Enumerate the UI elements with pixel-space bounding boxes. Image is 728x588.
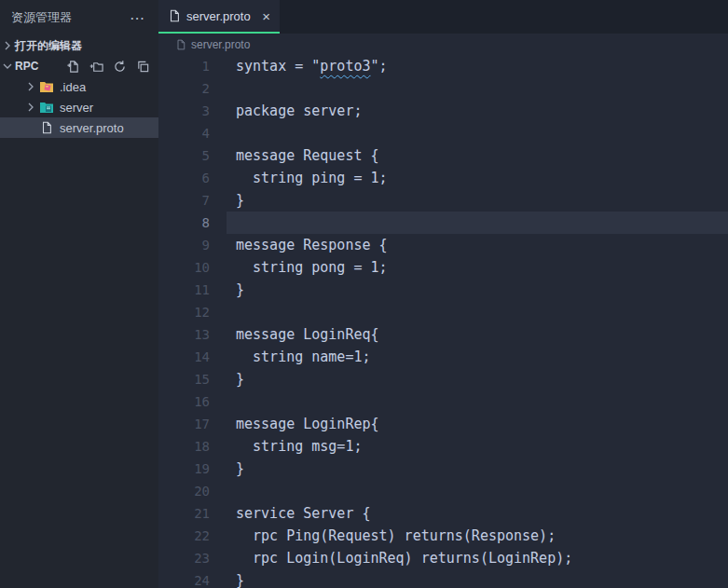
code-text: } xyxy=(236,569,244,588)
line-number: 5 xyxy=(158,144,210,167)
line-number: 11 xyxy=(158,279,210,301)
server-folder-icon xyxy=(38,101,55,114)
code-text: } xyxy=(236,189,244,212)
line-number: 1 xyxy=(158,55,210,77)
code-line-20[interactable]: 20 xyxy=(158,480,728,502)
new-file-icon[interactable] xyxy=(66,60,80,74)
code-line-2[interactable]: 2 xyxy=(158,77,728,100)
code-text: string ping = 1; xyxy=(236,167,388,189)
file-icon xyxy=(38,121,55,134)
tab-server-proto[interactable]: server.proto × xyxy=(158,0,280,34)
code-line-9[interactable]: 9message Response { xyxy=(158,234,728,256)
line-number: 9 xyxy=(158,234,210,256)
code-text: message LoginReq{ xyxy=(236,323,379,346)
breadcrumb-item: server.proto xyxy=(191,38,250,51)
tab-bar: server.proto × xyxy=(158,0,728,34)
tree-item-label: .idea xyxy=(60,80,86,94)
rpc-section-label: RPC xyxy=(15,60,38,73)
tree-item-server-proto[interactable]: server.proto xyxy=(0,117,158,138)
code-text: message LoginRep{ xyxy=(236,413,379,435)
explorer-sidebar: 资源管理器 ⋯ 打开的编辑器 RPC xyxy=(0,0,158,588)
chevron-down-icon xyxy=(0,59,15,74)
line-number: 22 xyxy=(158,525,210,547)
editor-area: server.proto × server.proto 1syntax = "p… xyxy=(158,0,728,588)
tree-item-server[interactable]: server xyxy=(0,97,158,117)
sidebar-header: 资源管理器 ⋯ xyxy=(0,0,158,35)
current-line-highlight xyxy=(227,212,728,234)
code-text: rpc Ping(Request) returns(Response); xyxy=(236,525,556,547)
line-number: 2 xyxy=(158,77,210,100)
file-icon xyxy=(168,9,181,22)
line-number: 15 xyxy=(158,368,210,390)
new-folder-icon[interactable] xyxy=(89,60,103,74)
explorer-title: 资源管理器 xyxy=(11,9,128,26)
more-actions-icon[interactable]: ⋯ xyxy=(128,9,147,27)
code-line-5[interactable]: 5message Request { xyxy=(158,144,728,167)
code-line-19[interactable]: 19} xyxy=(158,458,728,480)
tree-item--idea[interactable]: .idea xyxy=(0,76,158,97)
line-number: 18 xyxy=(158,435,210,458)
line-number: 20 xyxy=(158,480,210,502)
code-line-4[interactable]: 4 xyxy=(158,122,728,144)
code-line-24[interactable]: 24} xyxy=(158,569,728,588)
vscode-window: 资源管理器 ⋯ 打开的编辑器 RPC xyxy=(0,0,728,588)
code-line-17[interactable]: 17message LoginRep{ xyxy=(158,413,728,435)
code-text: message Request { xyxy=(236,144,379,167)
line-number: 23 xyxy=(158,547,210,569)
code-line-21[interactable]: 21service Server { xyxy=(158,502,728,525)
rpc-section-header[interactable]: RPC xyxy=(0,56,158,76)
code-line-23[interactable]: 23 rpc Login(LoginReq) returns(LoginRep)… xyxy=(158,547,728,569)
code-text: } xyxy=(236,458,244,480)
line-number: 19 xyxy=(158,458,210,480)
code-text: string msg=1; xyxy=(236,435,362,458)
line-number: 7 xyxy=(158,189,210,212)
line-number: 12 xyxy=(158,301,210,323)
code-editor[interactable]: 1syntax = "proto3";23package server;45me… xyxy=(158,55,728,588)
code-line-14[interactable]: 14 string name=1; xyxy=(158,346,728,368)
code-line-6[interactable]: 6 string ping = 1; xyxy=(158,167,728,189)
open-editors-header[interactable]: 打开的编辑器 xyxy=(0,35,158,56)
line-number: 3 xyxy=(158,100,210,122)
code-text: message Response { xyxy=(236,234,388,256)
file-icon xyxy=(175,39,186,50)
code-text: syntax = "proto3"; xyxy=(236,55,388,77)
line-number: 13 xyxy=(158,323,210,346)
code-text: } xyxy=(236,368,244,390)
code-line-10[interactable]: 10 string pong = 1; xyxy=(158,256,728,279)
code-line-7[interactable]: 7} xyxy=(158,189,728,212)
code-line-12[interactable]: 12 xyxy=(158,301,728,323)
code-line-8[interactable]: 8 xyxy=(158,212,728,234)
line-number: 17 xyxy=(158,413,210,435)
line-number: 4 xyxy=(158,122,210,144)
breadcrumb[interactable]: server.proto xyxy=(158,34,728,55)
tree-item-label: server xyxy=(60,101,93,115)
squiggle-warning: proto3 xyxy=(320,58,370,75)
code-line-13[interactable]: 13message LoginReq{ xyxy=(158,323,728,346)
chevron-right-icon xyxy=(23,79,38,94)
close-icon[interactable]: × xyxy=(260,8,272,24)
refresh-icon[interactable] xyxy=(113,60,127,74)
chevron-right-icon xyxy=(23,100,38,115)
code-text: } xyxy=(236,279,244,301)
line-number: 14 xyxy=(158,346,210,368)
code-line-11[interactable]: 11} xyxy=(158,279,728,301)
code-line-18[interactable]: 18 string msg=1; xyxy=(158,435,728,458)
line-number: 8 xyxy=(158,212,210,234)
code-line-16[interactable]: 16 xyxy=(158,390,728,413)
file-tree: .ideaserverserver.proto xyxy=(0,76,158,138)
code-text: string name=1; xyxy=(236,346,371,368)
line-number: 16 xyxy=(158,390,210,413)
chevron-right-icon xyxy=(0,38,15,53)
line-number: 10 xyxy=(158,256,210,279)
code-line-1[interactable]: 1syntax = "proto3"; xyxy=(158,55,728,77)
tab-label: server.proto xyxy=(186,9,260,23)
code-line-22[interactable]: 22 rpc Ping(Request) returns(Response); xyxy=(158,525,728,547)
code-line-15[interactable]: 15} xyxy=(158,368,728,390)
line-number: 21 xyxy=(158,502,210,525)
collapse-all-icon[interactable] xyxy=(136,60,150,74)
code-line-3[interactable]: 3package server; xyxy=(158,100,728,122)
code-text: rpc Login(LoginReq) returns(LoginRep); xyxy=(236,547,572,569)
code-text: package server; xyxy=(236,100,362,122)
idea-folder-icon xyxy=(38,80,55,93)
code-text: service Server { xyxy=(236,502,371,525)
